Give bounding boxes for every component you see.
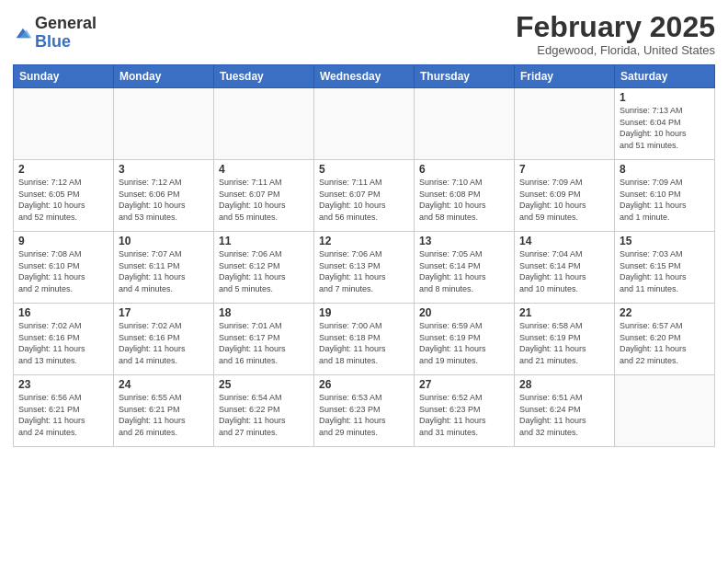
calendar-day-cell: 17Sunrise: 7:02 AMSunset: 6:16 PMDayligh…	[114, 304, 214, 375]
day-info: Sunrise: 7:02 AMSunset: 6:16 PMDaylight:…	[18, 320, 108, 366]
calendar-week-row: 9Sunrise: 7:08 AMSunset: 6:10 PMDaylight…	[14, 232, 715, 304]
page: General Blue February 2025 Edgewood, Flo…	[0, 0, 728, 563]
day-info: Sunrise: 7:06 AMSunset: 6:13 PMDaylight:…	[319, 248, 409, 294]
calendar-day-cell: 25Sunrise: 6:54 AMSunset: 6:22 PMDayligh…	[214, 375, 314, 447]
calendar-day-cell: 14Sunrise: 7:04 AMSunset: 6:14 PMDayligh…	[515, 232, 615, 304]
logo: General Blue	[13, 15, 97, 52]
day-number: 7	[519, 163, 609, 176]
calendar-day-cell: 28Sunrise: 6:51 AMSunset: 6:24 PMDayligh…	[515, 375, 615, 447]
logo-general: General	[35, 14, 97, 32]
day-info: Sunrise: 7:04 AMSunset: 6:14 PMDaylight:…	[519, 248, 609, 294]
day-info: Sunrise: 7:01 AMSunset: 6:17 PMDaylight:…	[219, 320, 309, 366]
calendar-day-cell: 26Sunrise: 6:53 AMSunset: 6:23 PMDayligh…	[314, 375, 415, 447]
day-info: Sunrise: 7:07 AMSunset: 6:11 PMDaylight:…	[119, 248, 209, 294]
day-number: 20	[419, 306, 509, 319]
day-number: 8	[620, 163, 710, 176]
calendar-day-cell: 23Sunrise: 6:56 AMSunset: 6:21 PMDayligh…	[14, 375, 114, 447]
day-number: 25	[219, 378, 309, 391]
calendar-day-cell	[314, 88, 415, 160]
title-block: February 2025 Edgewood, Florida, United …	[516, 11, 715, 57]
calendar-day-cell: 15Sunrise: 7:03 AMSunset: 6:15 PMDayligh…	[615, 232, 715, 304]
calendar-day-cell: 11Sunrise: 7:06 AMSunset: 6:12 PMDayligh…	[214, 232, 314, 304]
weekday-header: Wednesday	[314, 65, 415, 88]
day-info: Sunrise: 7:03 AMSunset: 6:15 PMDaylight:…	[620, 248, 710, 294]
calendar-day-cell: 12Sunrise: 7:06 AMSunset: 6:13 PMDayligh…	[314, 232, 415, 304]
day-number: 12	[319, 235, 409, 247]
day-info: Sunrise: 6:57 AMSunset: 6:20 PMDaylight:…	[620, 320, 710, 366]
calendar-week-row: 16Sunrise: 7:02 AMSunset: 6:16 PMDayligh…	[14, 304, 715, 375]
day-info: Sunrise: 6:58 AMSunset: 6:19 PMDaylight:…	[519, 320, 609, 366]
calendar-week-row: 23Sunrise: 6:56 AMSunset: 6:21 PMDayligh…	[14, 375, 715, 447]
day-info: Sunrise: 6:51 AMSunset: 6:24 PMDaylight:…	[519, 392, 609, 438]
day-number: 16	[18, 306, 108, 319]
calendar-day-cell: 16Sunrise: 7:02 AMSunset: 6:16 PMDayligh…	[14, 304, 114, 375]
day-info: Sunrise: 7:09 AMSunset: 6:10 PMDaylight:…	[620, 177, 710, 223]
day-info: Sunrise: 7:08 AMSunset: 6:10 PMDaylight:…	[18, 248, 108, 294]
calendar-day-cell: 18Sunrise: 7:01 AMSunset: 6:17 PMDayligh…	[214, 304, 314, 375]
calendar-table: SundayMondayTuesdayWednesdayThursdayFrid…	[13, 64, 715, 447]
weekday-header: Saturday	[615, 65, 715, 88]
day-info: Sunrise: 6:52 AMSunset: 6:23 PMDaylight:…	[419, 392, 509, 438]
calendar-day-cell: 13Sunrise: 7:05 AMSunset: 6:14 PMDayligh…	[415, 232, 515, 304]
calendar-day-cell: 10Sunrise: 7:07 AMSunset: 6:11 PMDayligh…	[114, 232, 214, 304]
day-number: 5	[319, 163, 409, 176]
day-number: 27	[419, 378, 509, 391]
day-number: 9	[18, 235, 108, 247]
day-info: Sunrise: 7:09 AMSunset: 6:09 PMDaylight:…	[519, 177, 609, 223]
day-number: 26	[319, 378, 409, 391]
day-info: Sunrise: 7:11 AMSunset: 6:07 PMDaylight:…	[319, 177, 409, 223]
day-info: Sunrise: 7:00 AMSunset: 6:18 PMDaylight:…	[319, 320, 409, 366]
calendar-day-cell: 1Sunrise: 7:13 AMSunset: 6:04 PMDaylight…	[615, 88, 715, 160]
day-number: 10	[119, 235, 209, 247]
day-info: Sunrise: 6:54 AMSunset: 6:22 PMDaylight:…	[219, 392, 309, 438]
calendar-week-row: 1Sunrise: 7:13 AMSunset: 6:04 PMDaylight…	[14, 88, 715, 160]
day-info: Sunrise: 7:11 AMSunset: 6:07 PMDaylight:…	[219, 177, 309, 223]
logo-text: General Blue	[35, 15, 97, 52]
weekday-header: Thursday	[415, 65, 515, 88]
calendar-day-cell: 19Sunrise: 7:00 AMSunset: 6:18 PMDayligh…	[314, 304, 415, 375]
day-info: Sunrise: 6:56 AMSunset: 6:21 PMDaylight:…	[18, 392, 108, 438]
calendar-day-cell: 8Sunrise: 7:09 AMSunset: 6:10 PMDaylight…	[615, 160, 715, 232]
day-number: 22	[620, 306, 710, 319]
calendar-day-cell: 20Sunrise: 6:59 AMSunset: 6:19 PMDayligh…	[415, 304, 515, 375]
weekday-header: Monday	[114, 65, 214, 88]
calendar-day-cell: 5Sunrise: 7:11 AMSunset: 6:07 PMDaylight…	[314, 160, 415, 232]
weekday-header: Sunday	[14, 65, 114, 88]
day-info: Sunrise: 7:10 AMSunset: 6:08 PMDaylight:…	[419, 177, 509, 223]
day-number: 1	[620, 91, 710, 104]
day-number: 4	[219, 163, 309, 176]
day-number: 13	[419, 235, 509, 247]
month-title: February 2025	[516, 11, 715, 43]
logo-blue: Blue	[35, 32, 71, 51]
calendar-day-cell: 2Sunrise: 7:12 AMSunset: 6:05 PMDaylight…	[14, 160, 114, 232]
day-info: Sunrise: 7:13 AMSunset: 6:04 PMDaylight:…	[620, 105, 710, 151]
day-number: 21	[519, 306, 609, 319]
day-number: 18	[219, 306, 309, 319]
calendar-day-cell: 3Sunrise: 7:12 AMSunset: 6:06 PMDaylight…	[114, 160, 214, 232]
calendar-week-row: 2Sunrise: 7:12 AMSunset: 6:05 PMDaylight…	[14, 160, 715, 232]
calendar-day-cell: 27Sunrise: 6:52 AMSunset: 6:23 PMDayligh…	[415, 375, 515, 447]
day-number: 14	[519, 235, 609, 247]
weekday-header: Tuesday	[214, 65, 314, 88]
day-number: 28	[519, 378, 609, 391]
calendar-day-cell: 24Sunrise: 6:55 AMSunset: 6:21 PMDayligh…	[114, 375, 214, 447]
day-number: 2	[18, 163, 108, 176]
calendar-day-cell: 4Sunrise: 7:11 AMSunset: 6:07 PMDaylight…	[214, 160, 314, 232]
calendar-day-cell	[515, 88, 615, 160]
day-info: Sunrise: 7:05 AMSunset: 6:14 PMDaylight:…	[419, 248, 509, 294]
day-info: Sunrise: 7:06 AMSunset: 6:12 PMDaylight:…	[219, 248, 309, 294]
calendar-day-cell: 6Sunrise: 7:10 AMSunset: 6:08 PMDaylight…	[415, 160, 515, 232]
calendar-header-row: SundayMondayTuesdayWednesdayThursdayFrid…	[14, 65, 715, 88]
day-info: Sunrise: 7:02 AMSunset: 6:16 PMDaylight:…	[119, 320, 209, 366]
day-info: Sunrise: 7:12 AMSunset: 6:05 PMDaylight:…	[18, 177, 108, 223]
header: General Blue February 2025 Edgewood, Flo…	[13, 11, 715, 57]
location: Edgewood, Florida, United States	[516, 43, 715, 57]
logo-icon	[13, 23, 33, 43]
calendar-day-cell	[415, 88, 515, 160]
weekday-header: Friday	[515, 65, 615, 88]
day-info: Sunrise: 6:59 AMSunset: 6:19 PMDaylight:…	[419, 320, 509, 366]
calendar-day-cell	[14, 88, 114, 160]
calendar-day-cell: 22Sunrise: 6:57 AMSunset: 6:20 PMDayligh…	[615, 304, 715, 375]
day-info: Sunrise: 6:53 AMSunset: 6:23 PMDaylight:…	[319, 392, 409, 438]
day-number: 3	[119, 163, 209, 176]
